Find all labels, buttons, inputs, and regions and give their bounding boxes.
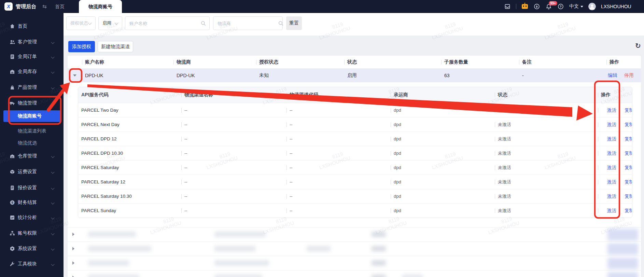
sub-cell: -- [286, 117, 391, 131]
sub-cell: PARCEL Saturday [78, 161, 181, 175]
sidebar-item-quote[interactable]: 报价设置 [0, 182, 64, 194]
expand-row-icon[interactable] [72, 276, 74, 277]
sidebar-item-label: 统计分析 [18, 214, 37, 221]
expand-row-icon[interactable] [72, 247, 74, 250]
sidebar-item-tools[interactable]: 工具模块 [0, 258, 64, 270]
chevron-down-icon [51, 170, 54, 174]
sub-table-row: PARCEL Saturday 12----dpd未激活激活复制 [78, 175, 632, 189]
expand-row-icon[interactable] [72, 233, 74, 236]
search-icon[interactable] [201, 21, 206, 26]
reset-button[interactable]: 重置 [286, 16, 302, 30]
avatar[interactable] [588, 3, 596, 10]
blurred-content [372, 275, 386, 277]
add-auth-button[interactable]: 添加授权 [68, 41, 95, 52]
sidebar-item-inventory[interactable]: 全局库存 [0, 66, 64, 78]
sidebar-item-logistics[interactable]: 物流管理 [0, 97, 64, 109]
blurred-content [607, 258, 638, 269]
sub-column-header: 操作 [598, 87, 632, 103]
sidebar-item-label: 报价设置 [18, 185, 37, 191]
collapse-row-icon[interactable] [73, 74, 76, 77]
sub-cell: dpd [391, 117, 495, 131]
disable-link[interactable]: 停用 [624, 72, 634, 79]
topbar-divider [516, 4, 516, 9]
sidebar-item-users[interactable]: 客户管理 [0, 36, 64, 48]
username[interactable]: LXSHOUHOU [601, 4, 631, 9]
inbox-icon[interactable] [504, 3, 511, 10]
column-header: 授权状态 [256, 56, 344, 68]
activate-link[interactable]: 激活 [607, 107, 616, 113]
sub-table-header-row: API服务代码物流渠道名称物流渠道代码承运商状态操作 [78, 87, 632, 103]
home-icon [10, 24, 15, 29]
sidebar-item-freight[interactable]: 运费设置 [0, 166, 64, 178]
sub-column-header: 物流渠道名称 [181, 87, 286, 103]
provider-input[interactable] [213, 17, 278, 30]
sidebar-collapse-icon[interactable]: ⇆ [42, 0, 47, 13]
activate-link[interactable]: 激活 [607, 136, 616, 142]
sidebar-item-accounts[interactable]: 账号权限 [0, 227, 64, 239]
activate-link[interactable]: 激活 [607, 179, 616, 185]
copy-link[interactable]: 复制 [625, 150, 632, 156]
language-selector[interactable]: 中文 [569, 3, 583, 10]
sub-cell: PARCEL Two Day [78, 103, 181, 117]
sub-cell: 未激活 [495, 117, 598, 131]
sub-cell-actions: 激活复制 [598, 103, 632, 117]
expand-row-icon[interactable] [72, 261, 74, 265]
robot-assistant-icon[interactable] [521, 3, 528, 10]
copy-link[interactable]: 复制 [625, 122, 632, 128]
blurred-content [214, 246, 255, 251]
tools-icon [10, 261, 15, 267]
sidebar-item-home[interactable]: 首页 [0, 20, 64, 32]
sub-cell-actions: 激活复制 [598, 161, 632, 175]
sidebar-item-orders[interactable]: 全局订单 [0, 51, 64, 63]
edit-link[interactable]: 编辑 [608, 72, 617, 79]
copy-link[interactable]: 复制 [625, 208, 632, 214]
tab-logistics-account[interactable]: 物流商账号 [79, 0, 122, 13]
activate-link[interactable]: 激活 [607, 150, 616, 156]
status-select[interactable]: 启用 [98, 16, 122, 30]
sub-cell: dpd [391, 175, 495, 189]
activate-link[interactable]: 激活 [607, 165, 616, 171]
copy-link[interactable]: 复制 [625, 136, 632, 142]
activate-link[interactable]: 激活 [607, 208, 616, 214]
chevron-down-icon [51, 70, 54, 73]
copy-link[interactable]: 复制 [625, 193, 632, 199]
download-icon[interactable] [533, 3, 540, 10]
sidebar-item-products[interactable]: 产品管理 [0, 82, 64, 93]
blurred-content [372, 246, 386, 251]
activate-link[interactable]: 激活 [607, 193, 616, 199]
sub-cell: -- [286, 146, 391, 160]
status-select-value: 启用 [102, 20, 111, 26]
blurred-content [214, 232, 266, 237]
chevron-down-icon [51, 247, 54, 250]
new-channel-button[interactable]: 新建物流渠道 [98, 41, 133, 52]
collapsed-table-row [68, 242, 641, 256]
sidebar-item-stats[interactable]: 统计分析 [0, 212, 64, 223]
tab-home[interactable]: 首页 [51, 0, 68, 13]
help-icon[interactable]: ? [557, 3, 564, 10]
svg-text:?: ? [560, 4, 562, 8]
sidebar-item-warehouse[interactable]: 仓库管理 [0, 150, 64, 162]
sub-cell: -- [181, 103, 286, 117]
search-icon[interactable] [278, 21, 283, 26]
sub-column-header: 状态 [495, 87, 598, 103]
copy-link[interactable]: 复制 [625, 179, 632, 185]
products-icon [10, 85, 15, 90]
auth-status-select[interactable]: 授权状态 [66, 16, 96, 30]
refresh-icon[interactable]: ↻ [635, 42, 641, 50]
sidebar: 首页客户管理全局订单全局库存产品管理物流管理物流商账号物流渠道列表物流优选仓库管… [0, 13, 64, 277]
copy-link[interactable]: 复制 [625, 165, 632, 171]
chevron-down-icon [114, 21, 118, 25]
copy-link[interactable]: 复制 [625, 107, 632, 113]
notifications-bell-icon[interactable]: 99+ [545, 3, 552, 10]
sidebar-item-system[interactable]: 系统设置 [0, 243, 64, 254]
sidebar-item-label: 账号权限 [18, 230, 37, 236]
blurred-content [402, 275, 423, 277]
sidebar-item-sub-6[interactable]: 物流商账号 [3, 110, 61, 122]
activate-link[interactable]: 激活 [607, 122, 616, 128]
account-name-input[interactable] [125, 17, 201, 30]
sidebar-item-sub-7[interactable]: 物流渠道列表 [0, 125, 64, 137]
sub-cell: -- [286, 103, 391, 117]
sidebar-item-finance[interactable]: $财务结算 [0, 197, 64, 208]
sub-cell: -- [181, 132, 286, 146]
sidebar-item-sub-8[interactable]: 物流优选 [0, 137, 64, 149]
